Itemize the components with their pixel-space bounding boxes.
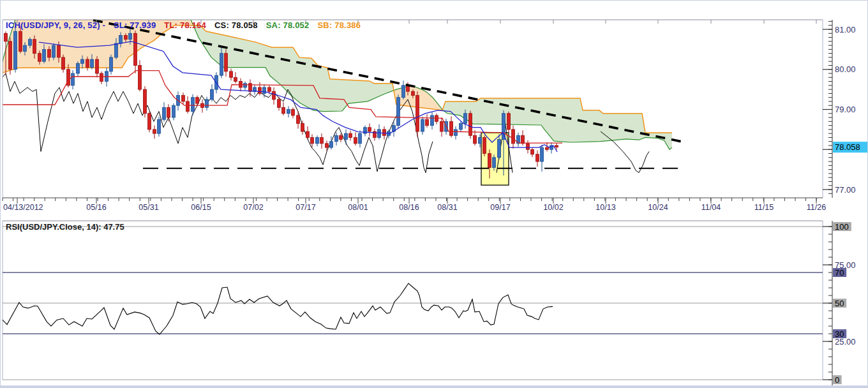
price-axis-label: 79.00 (835, 105, 856, 114)
rsi-axis-label: 50 (835, 299, 844, 308)
rsi-axis-label: 100 (835, 222, 849, 232)
date-axis-label: 08/01 (348, 203, 368, 212)
date-axis-label: 10/02 (543, 203, 563, 212)
date-axis-label: 09/17 (490, 203, 510, 212)
rsi-line (1, 283, 553, 334)
date-axis-label: 04/13/2012 (3, 203, 43, 212)
rsi-axis-label: 0 (835, 375, 839, 385)
price-axis-label: 80.00 (835, 64, 856, 74)
rsi-axis-label: 25.00 (835, 337, 856, 347)
date-axis: 04/13/201205/1605/3106/1507/0207/1708/01… (3, 198, 826, 212)
trading-chart-window: ICH(USD/JPY, 9, 26, 52) -SL: 77.939TL: 7… (0, 0, 868, 388)
date-axis-label: 05/16 (86, 203, 106, 212)
rsi-axis-label: 70 (835, 268, 844, 278)
rsi-line-layer (1, 283, 553, 334)
date-axis-label: 05/31 (138, 203, 158, 212)
main-panel[interactable] (1, 15, 823, 198)
date-axis-label: 07/17 (296, 203, 315, 212)
price-axis-label: 77.00 (835, 185, 856, 195)
date-axis-label: 08/16 (399, 203, 419, 212)
date-axis-label: 07/02 (243, 203, 263, 212)
date-axis-label: 11/04 (701, 203, 721, 212)
trendline-annotation[interactable] (93, 20, 685, 142)
date-axis-label: 08/31 (437, 203, 457, 212)
date-axis-label: 10/13 (595, 203, 615, 212)
date-axis-label: 11/15 (754, 203, 774, 212)
date-axis-label: 10/24 (648, 203, 668, 212)
date-axis-label: 06/15 (191, 203, 211, 212)
current-price-tag-label: 78.058 (835, 142, 860, 152)
main-chart-svg[interactable]: 04/13/201205/1605/3106/1507/0207/1708/01… (1, 1, 868, 388)
rsi-panel[interactable] (1, 221, 823, 380)
price-axis-label: 81.00 (835, 25, 856, 34)
price-axis[interactable]: 77.0078.0079.0080.0081.0078.058 (823, 20, 867, 198)
rsi-axis[interactable]: 10075.0070503025.000 (823, 221, 856, 386)
date-axis-label: 11/26 (807, 203, 826, 212)
bottom-border-strip (1, 385, 868, 388)
trendline-layer[interactable] (93, 20, 685, 168)
rsi-grid-layer (3, 221, 823, 380)
